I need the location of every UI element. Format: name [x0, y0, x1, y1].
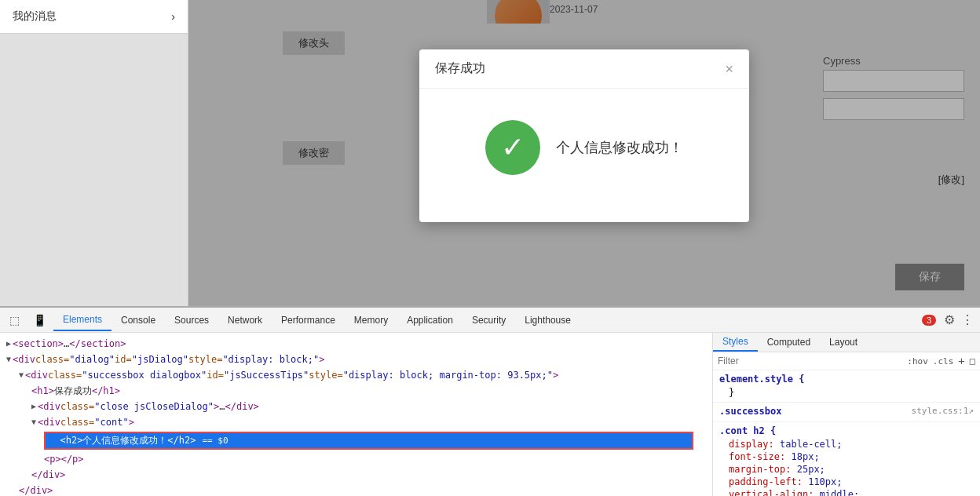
styles-tab-computed[interactable]: Computed [758, 333, 820, 352]
styles-panel: Styles Computed Layout :hov .cls + □ ele… [713, 333, 980, 496]
page-area: 我的消息 › 2023-11-07 修改头 修改密 Cypress [修改] 保… [0, 0, 980, 306]
check-icon: ✓ [501, 133, 525, 162]
devtools-tab-bar: ⬚ 📱 Elements Console Sources Network Per… [0, 308, 980, 333]
tab-performance[interactable]: Performance [272, 310, 345, 330]
elem-line-h1[interactable]: <h1>保存成功</h1> [0, 383, 712, 399]
rule-source-successbox: style.css:1↗ [912, 406, 974, 418]
elem-triangle[interactable]: ▶ [31, 399, 36, 414]
elem-triangle[interactable]: ▼ [31, 415, 36, 429]
success-message: 个人信息修改成功！ [556, 138, 683, 157]
styles-tab-styles[interactable]: Styles [713, 333, 758, 352]
filter-hov-button[interactable]: :hov [907, 356, 928, 367]
elem-line-cont[interactable]: ▼ <div class="cont"> [0, 414, 712, 430]
tab-sources[interactable]: Sources [165, 310, 218, 330]
dialog-body: ✓ 个人信息修改成功！ [419, 89, 749, 222]
elem-triangle[interactable]: ▶ [6, 337, 11, 351]
elem-line-close-div[interactable]: </div> [0, 467, 712, 483]
filter-checkbox[interactable]: □ [970, 356, 975, 367]
tab-console[interactable]: Console [112, 310, 165, 330]
rule-prop-vertical-align: vertical-align: middle; [719, 488, 974, 496]
rule-element-style: element.style { } [713, 370, 980, 403]
tab-elements[interactable]: Elements [53, 309, 112, 331]
dialog-title: 保存成功 [435, 60, 485, 77]
inspect-icon[interactable]: ⬚ [3, 309, 25, 331]
rule-prop-display: display: table-cell; [719, 438, 974, 450]
devtools-more-button[interactable]: ⋮ [958, 312, 977, 327]
tab-application[interactable]: Application [397, 310, 463, 330]
device-icon[interactable]: 📱 [28, 309, 50, 331]
devtools-settings-button[interactable]: ⚙ [941, 312, 958, 327]
dialog-close-button[interactable]: × [725, 62, 733, 76]
filter-plus-button[interactable]: + [958, 355, 964, 367]
tab-memory[interactable]: Memory [345, 310, 397, 330]
rule-prop-padding-left: padding-left: 110px; [719, 476, 974, 488]
rule-closing: } [719, 386, 974, 399]
devtools-content: ▶ <section>…</section> ▼ <div class="dia… [0, 333, 980, 496]
elem-line-p[interactable]: <p></p> [0, 451, 712, 467]
rule-selector-successbox: .successbox [719, 406, 781, 417]
elem-line-h2-wrapper: <h2>个人信息修改成功！</h2> == $0 [0, 430, 712, 451]
styles-tab-layout[interactable]: Layout [820, 333, 867, 352]
elem-line-close-dialog-div[interactable]: </div> [0, 483, 712, 496]
content-area: 2023-11-07 修改头 修改密 Cypress [修改] 保存 保存成功 … [188, 0, 980, 306]
sidebar-item-label: 我的消息 [13, 9, 57, 24]
elem-line-close[interactable]: ▶ <div class="close jsCloseDialog">…</di… [0, 399, 712, 414]
elem-line-section[interactable]: ▶ <section>…</section> [0, 336, 712, 352]
sidebar: 我的消息 › [0, 0, 188, 306]
sidebar-arrow-icon: › [171, 10, 175, 23]
elem-line-dialog[interactable]: ▼ <div class="dialog" id="jsDialog" styl… [0, 352, 712, 367]
styles-filter-input[interactable] [718, 356, 902, 367]
tab-security[interactable]: Security [463, 310, 515, 330]
filter-cls-button[interactable]: .cls [933, 356, 954, 367]
rule-prop-font-size: font-size: 18px; [719, 450, 974, 463]
elements-panel: ▶ <section>…</section> ▼ <div class="dia… [0, 333, 713, 496]
rule-selector-cont-h2: .cont h2 { [719, 425, 974, 436]
tab-lighthouse[interactable]: Lighthouse [515, 310, 580, 330]
devtools-panel: ⬚ 📱 Elements Console Sources Network Per… [0, 306, 980, 496]
elem-triangle[interactable]: ▼ [19, 368, 24, 382]
elem-triangle[interactable]: ▼ [6, 352, 11, 367]
rule-cont-h2: .cont h2 { display: table-cell; font-siz… [713, 422, 980, 496]
styles-filter-bar: :hov .cls + □ [713, 352, 980, 370]
error-badge: 3 [922, 315, 936, 326]
success-icon: ✓ [485, 120, 540, 175]
rule-selector: element.style { [719, 374, 974, 385]
styles-tab-bar: Styles Computed Layout [713, 333, 980, 352]
tab-network[interactable]: Network [218, 310, 272, 330]
dialog-header: 保存成功 × [419, 49, 749, 89]
elem-line-h2[interactable]: <h2>个人信息修改成功！</h2> == $0 [44, 432, 693, 450]
elem-tag: <section> [13, 337, 64, 351]
elem-line-successbox[interactable]: ▼ <div class="successbox dialogbox" id="… [0, 367, 712, 383]
current-elem-marker: == $0 [202, 436, 228, 446]
success-dialog: 保存成功 × ✓ 个人信息修改成功！ [419, 49, 749, 222]
rule-prop-margin-top: margin-top: 25px; [719, 463, 974, 476]
rule-successbox: .successbox style.css:1↗ [713, 403, 980, 422]
dialog-overlay: 保存成功 × ✓ 个人信息修改成功！ [188, 0, 980, 306]
sidebar-item-messages[interactable]: 我的消息 › [0, 0, 188, 34]
